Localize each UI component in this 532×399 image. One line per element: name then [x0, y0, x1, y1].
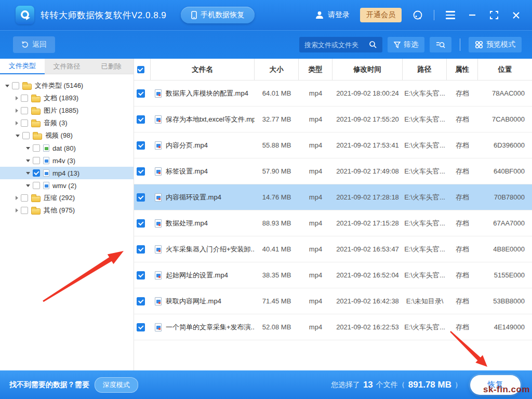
table-row[interactable]: 获取内容网址.mp4 71.45 MB mp4 2021-09-02 16:42… [134, 288, 532, 314]
close-icon[interactable] [510, 9, 522, 21]
menu-icon[interactable] [445, 9, 456, 21]
search-in-results-button[interactable] [430, 37, 451, 52]
table-row[interactable]: 保存为本地txt,excel等文件.mp4 32.77 MB mp4 2021-… [134, 107, 532, 132]
watermark-text: sk-fin.com [483, 384, 530, 395]
table-row[interactable]: 一个简单的文章采集+发布演... 52.08 MB mp4 2021-09-02… [134, 314, 532, 340]
tab-2[interactable]: 已删除 [89, 59, 134, 74]
deep-mode-button[interactable]: 深度模式 [95, 377, 138, 393]
tree-checkbox[interactable] [21, 194, 28, 202]
file-size: 57.90 MB [255, 167, 299, 175]
expander-icon[interactable] [16, 121, 18, 125]
file-path: E:\未知目录\ [403, 297, 447, 306]
column-header-type[interactable]: 类型 [299, 59, 332, 80]
tree-checkbox[interactable] [33, 157, 40, 164]
expander-icon[interactable] [26, 159, 30, 162]
tree-item-label: 文档 (1893) [44, 94, 78, 103]
select-all-checkbox[interactable] [137, 66, 144, 73]
tree-checkbox[interactable] [21, 107, 28, 114]
maximize-icon[interactable] [488, 9, 500, 21]
column-header-location[interactable]: 位置 [478, 59, 532, 80]
table-row[interactable]: 内容循环设置.mp4 14.76 MB mp4 2021-09-02 17:28… [134, 184, 532, 210]
tree-item[interactable]: wmv (2) [0, 179, 134, 192]
file-location: 53BB8000 [478, 297, 532, 305]
row-checkbox[interactable] [137, 115, 145, 124]
column-header-path[interactable]: 路径 [403, 59, 447, 80]
expander-icon[interactable] [26, 172, 30, 175]
row-checkbox[interactable] [137, 167, 145, 176]
tree-item[interactable]: 音频 (3) [0, 117, 134, 129]
file-type: mp4 [299, 115, 332, 123]
sidebar: 文件类型文件路径已删除 文件类型 (5146) 文档 (1893) 图片 (18… [0, 59, 134, 370]
tree-item[interactable]: mp4 (13) [0, 167, 134, 179]
row-checkbox[interactable] [137, 297, 145, 305]
tree-item-label: 压缩 (292) [44, 193, 75, 203]
file-modified: 2021-09-02 16:42:38 [332, 297, 403, 305]
tree-item[interactable]: m4v (3) [0, 154, 134, 167]
file-modified: 2021-09-02 17:15:28 [332, 219, 403, 227]
login-button[interactable]: 请登录 [315, 10, 350, 20]
tree-checkbox[interactable] [33, 169, 40, 177]
row-checkbox[interactable] [137, 193, 145, 202]
column-header-attr[interactable]: 属性 [447, 59, 478, 80]
filter-button[interactable]: 筛选 [388, 37, 424, 52]
table-row[interactable]: 内容分页.mp4 55.88 MB mp4 2021-09-02 17:53:4… [134, 132, 532, 158]
search-icon[interactable] [369, 41, 377, 49]
tree-item-label: mp4 (13) [52, 169, 79, 177]
search-input[interactable] [304, 41, 369, 49]
expander-icon[interactable] [16, 196, 18, 200]
minimize-icon[interactable] [467, 9, 478, 21]
row-checkbox[interactable] [137, 271, 145, 280]
tree-item-label: 图片 (1885) [44, 106, 78, 115]
tree-checkbox[interactable] [33, 144, 40, 152]
table-row[interactable]: 标签设置.mp4 57.90 MB mp4 2021-09-02 17:49:0… [134, 158, 532, 184]
row-checkbox[interactable] [137, 245, 145, 254]
tree-item[interactable]: 视频 (98) [0, 129, 134, 142]
preview-mode-button[interactable]: 预览模式 [469, 37, 522, 52]
row-checkbox[interactable] [137, 141, 145, 150]
expander-icon[interactable] [16, 135, 20, 137]
expander-icon[interactable] [16, 208, 18, 212]
table-row[interactable]: 起始网址的设置.mp4 38.35 MB mp4 2021-09-02 16:5… [134, 262, 532, 288]
expander-icon[interactable] [16, 109, 18, 113]
folder-icon [31, 109, 41, 115]
back-icon [21, 41, 29, 48]
vip-button[interactable]: 开通会员 [360, 8, 402, 22]
row-checkbox[interactable] [137, 89, 145, 98]
expander-icon[interactable] [26, 147, 30, 150]
tab-1[interactable]: 文件路径 [45, 59, 89, 74]
support-icon[interactable] [412, 9, 423, 21]
row-checkbox[interactable] [137, 219, 145, 228]
tree-item-label: 其他 (975) [44, 206, 75, 215]
tree-checkbox[interactable] [12, 82, 19, 89]
tree-item[interactable]: 图片 (1885) [0, 104, 134, 117]
tree-item[interactable]: 文件类型 (5146) [0, 79, 134, 92]
column-header-size[interactable]: 大小 [255, 59, 299, 80]
table-row[interactable]: 数据库入库模块的配置.mp4 64.01 MB mp4 2021-09-02 1… [134, 81, 532, 107]
tree-checkbox[interactable] [22, 132, 30, 139]
file-type: mp4 [299, 193, 332, 201]
video-file-icon [155, 219, 162, 228]
column-header-modified[interactable]: 修改时间 [332, 59, 403, 80]
column-header-name[interactable]: 文件名 [151, 59, 255, 80]
tree-checkbox[interactable] [21, 207, 28, 214]
tree-item[interactable]: 文档 (1893) [0, 92, 134, 104]
back-button[interactable]: 返回 [13, 36, 55, 53]
video-file-icon [155, 297, 162, 305]
tree-item[interactable]: 其他 (975) [0, 204, 134, 217]
row-checkbox[interactable] [137, 323, 145, 331]
tree-checkbox[interactable] [21, 119, 28, 127]
tree-item[interactable]: dat (80) [0, 142, 134, 154]
expander-icon[interactable] [16, 96, 18, 100]
expander-icon[interactable] [5, 85, 9, 87]
table-row[interactable]: 火车采集器入门介绍+安装卸... 40.41 MB mp4 2021-09-02… [134, 236, 532, 262]
video-file-icon [155, 323, 162, 331]
tree-item[interactable]: 压缩 (292) [0, 192, 134, 204]
table-row[interactable]: 数据处理.mp4 88.93 MB mp4 2021-09-02 17:15:2… [134, 210, 532, 236]
phone-recovery-button[interactable]: 手机数据恢复 [181, 7, 255, 23]
expander-icon[interactable] [26, 184, 30, 187]
tree-checkbox[interactable] [33, 182, 40, 189]
tree-checkbox[interactable] [21, 95, 28, 102]
file-path: E:\火车头官... [403, 167, 447, 176]
tab-0[interactable]: 文件类型 [0, 59, 45, 74]
file-type: mp4 [299, 271, 332, 279]
